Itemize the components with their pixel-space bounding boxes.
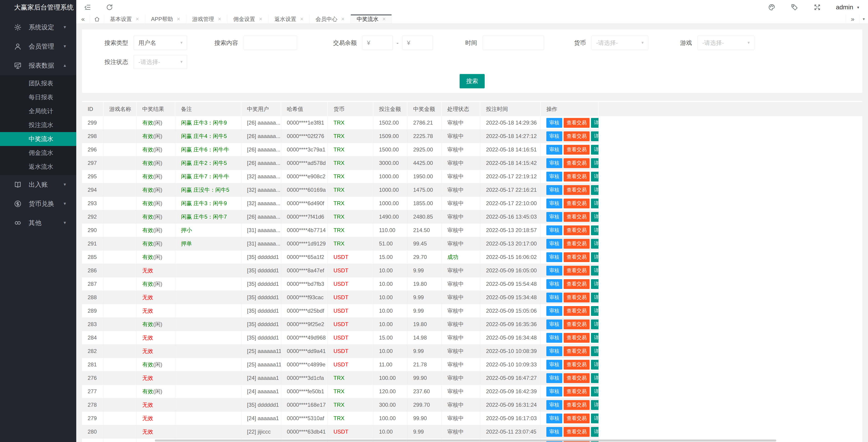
view-transaction-button[interactable]: 查看交易 xyxy=(564,212,590,222)
audit-button[interactable]: 审核 xyxy=(546,199,562,208)
time-input[interactable] xyxy=(483,36,544,50)
view-transaction-button[interactable]: 查看交易 xyxy=(564,360,590,370)
view-transaction-button[interactable]: 查看交易 xyxy=(564,279,590,289)
detail-button[interactable]: 详情 xyxy=(591,293,599,302)
detail-button[interactable]: 详情 xyxy=(591,373,599,383)
audit-button[interactable]: 审核 xyxy=(546,118,562,128)
close-icon[interactable]: × xyxy=(382,16,386,22)
balance-min-input[interactable] xyxy=(362,36,393,50)
detail-button[interactable]: 详情 xyxy=(591,172,599,181)
view-transaction-button[interactable]: 查看交易 xyxy=(564,293,590,302)
view-transaction-button[interactable]: 查看交易 xyxy=(564,145,590,155)
close-icon[interactable]: × xyxy=(218,16,221,22)
balance-max-input[interactable] xyxy=(402,36,433,50)
view-transaction-button[interactable]: 查看交易 xyxy=(564,252,590,262)
view-transaction-button[interactable]: 查看交易 xyxy=(564,226,590,235)
bet-status-select[interactable]: -请选择- ▼ xyxy=(134,55,187,69)
audit-button[interactable]: 审核 xyxy=(546,266,562,275)
fullscreen-icon[interactable] xyxy=(812,2,822,12)
detail-button[interactable]: 详情 xyxy=(591,333,599,343)
tab-佣金设置[interactable]: 佣金设置× xyxy=(227,14,269,24)
audit-button[interactable]: 审核 xyxy=(546,158,562,168)
tab-会员中心[interactable]: 会员中心× xyxy=(310,14,351,24)
close-icon[interactable]: × xyxy=(341,16,345,22)
sidebar-group-2[interactable]: 报表数据▲ xyxy=(0,56,76,75)
detail-button[interactable]: 详情 xyxy=(591,118,599,128)
view-transaction-button[interactable]: 查看交易 xyxy=(564,373,590,383)
sidebar-item-团队报表[interactable]: 团队报表 xyxy=(0,77,76,90)
view-transaction-button[interactable]: 查看交易 xyxy=(564,172,590,181)
tab-中奖流水[interactable]: 中奖流水× xyxy=(351,14,392,24)
refresh-icon[interactable] xyxy=(104,2,115,12)
detail-button[interactable]: 详情 xyxy=(591,131,599,141)
tabs-more-icon[interactable]: ▼ xyxy=(859,14,868,24)
tab-基本设置[interactable]: 基本设置× xyxy=(104,14,145,24)
audit-button[interactable]: 审核 xyxy=(546,306,562,316)
audit-button[interactable]: 审核 xyxy=(546,185,562,195)
detail-button[interactable]: 详情 xyxy=(591,387,599,396)
sidebar-item-返水流水[interactable]: 返水流水 xyxy=(0,160,76,174)
detail-button[interactable]: 详情 xyxy=(591,360,599,370)
detail-button[interactable]: 详情 xyxy=(591,306,599,316)
horizontal-scrollbar[interactable] xyxy=(155,440,776,442)
view-transaction-button[interactable]: 查看交易 xyxy=(564,199,590,208)
detail-button[interactable]: 详情 xyxy=(591,185,599,195)
audit-button[interactable]: 审核 xyxy=(546,131,562,141)
audit-button[interactable]: 审核 xyxy=(546,387,562,396)
close-icon[interactable]: × xyxy=(136,16,139,22)
detail-button[interactable]: 详情 xyxy=(591,226,599,235)
detail-button[interactable]: 详情 xyxy=(591,145,599,155)
detail-button[interactable]: 详情 xyxy=(591,279,599,289)
view-transaction-button[interactable]: 查看交易 xyxy=(564,118,590,128)
close-icon[interactable]: × xyxy=(259,16,262,22)
tabs-scroll-right[interactable]: » xyxy=(846,14,859,24)
theme-palette-icon[interactable] xyxy=(767,2,777,12)
view-transaction-button[interactable]: 查看交易 xyxy=(564,306,590,316)
detail-button[interactable]: 详情 xyxy=(591,266,599,275)
view-transaction-button[interactable]: 查看交易 xyxy=(564,414,590,423)
detail-button[interactable]: 详情 xyxy=(591,158,599,168)
audit-button[interactable]: 审核 xyxy=(546,320,562,329)
audit-button[interactable]: 审核 xyxy=(546,226,562,235)
currency-select[interactable]: -请选择- ▼ xyxy=(591,36,648,50)
tab-返水设置[interactable]: 返水设置× xyxy=(269,14,310,24)
sidebar-item-投注流水[interactable]: 投注流水 xyxy=(0,118,76,132)
search-button[interactable]: 搜索 xyxy=(460,74,485,88)
detail-button[interactable]: 详情 xyxy=(591,199,599,208)
detail-button[interactable]: 详情 xyxy=(591,427,599,437)
view-transaction-button[interactable]: 查看交易 xyxy=(564,427,590,437)
tag-icon[interactable] xyxy=(789,2,800,12)
view-transaction-button[interactable]: 查看交易 xyxy=(564,387,590,396)
detail-button[interactable]: 详情 xyxy=(591,239,599,249)
close-icon[interactable]: × xyxy=(300,16,304,22)
detail-button[interactable]: 详情 xyxy=(591,414,599,423)
close-icon[interactable]: × xyxy=(177,16,180,22)
audit-button[interactable]: 审核 xyxy=(546,145,562,155)
tab-游戏管理[interactable]: 游戏管理× xyxy=(186,14,227,24)
audit-button[interactable]: 审核 xyxy=(546,333,562,343)
detail-button[interactable]: 详情 xyxy=(591,320,599,329)
sidebar-item-佣金流水[interactable]: 佣金流水 xyxy=(0,146,76,160)
detail-button[interactable]: 详情 xyxy=(591,346,599,356)
view-transaction-button[interactable]: 查看交易 xyxy=(564,158,590,168)
detail-button[interactable]: 详情 xyxy=(591,400,599,410)
tab-APP帮助[interactable]: APP帮助× xyxy=(145,14,186,24)
detail-button[interactable]: 详情 xyxy=(591,212,599,222)
game-select[interactable]: -请选择- ▼ xyxy=(698,36,754,50)
sidebar-group-3[interactable]: 出入账▼ xyxy=(0,175,76,194)
view-transaction-button[interactable]: 查看交易 xyxy=(564,333,590,343)
detail-button[interactable]: 详情 xyxy=(591,252,599,262)
view-transaction-button[interactable]: 查看交易 xyxy=(564,131,590,141)
sidebar-item-中奖流水[interactable]: 中奖流水 xyxy=(0,132,76,146)
collapse-sidebar-icon[interactable] xyxy=(83,2,93,12)
home-tab[interactable] xyxy=(90,14,104,24)
sidebar-item-全局统计[interactable]: 全局统计 xyxy=(0,104,76,118)
sidebar-group-5[interactable]: 其他▼ xyxy=(0,213,76,233)
view-transaction-button[interactable]: 查看交易 xyxy=(564,239,590,249)
audit-button[interactable]: 审核 xyxy=(546,427,562,437)
sidebar-group-0[interactable]: 系统设定▼ xyxy=(0,18,76,37)
view-transaction-button[interactable]: 查看交易 xyxy=(564,185,590,195)
search-type-select[interactable]: 用户名 ▼ xyxy=(134,36,187,50)
audit-button[interactable]: 审核 xyxy=(546,414,562,423)
audit-button[interactable]: 审核 xyxy=(546,360,562,370)
